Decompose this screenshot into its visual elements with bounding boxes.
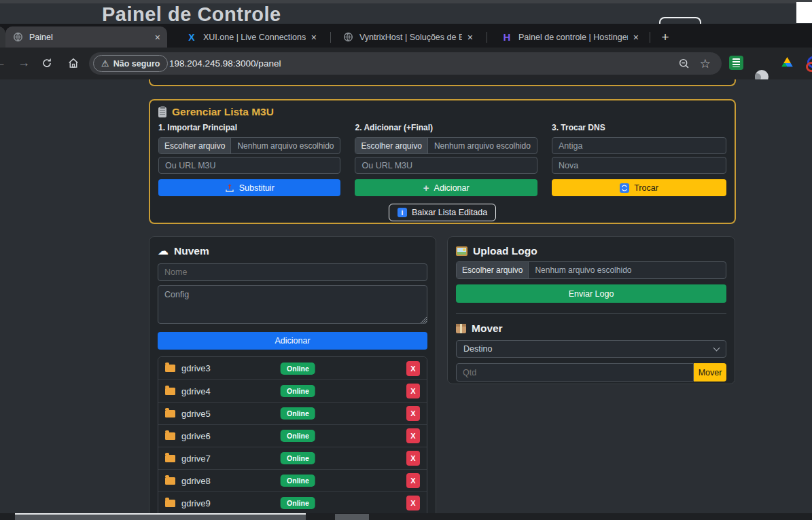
close-icon[interactable]: × (155, 33, 160, 42)
status-badge: Online (281, 497, 315, 509)
list-item: gdrive7 Online X (158, 447, 427, 469)
list-item: gdrive9 Online X (158, 491, 427, 514)
horizontal-scrollbar[interactable] (0, 513, 812, 520)
file-input[interactable]: Escolher arquivo Nenhum arquivo escolhid… (355, 137, 537, 154)
bookmark-star-icon[interactable]: ☆ (700, 52, 711, 75)
baixar-lista-button[interactable]: i Baixar Lista Editada (389, 204, 496, 221)
status-badge: Online (281, 407, 315, 420)
choose-file-button[interactable]: Escolher arquivo (457, 262, 529, 278)
cloud-list: gdrive3 Online X gdrive4 Online X gdrive… (158, 356, 427, 520)
file-status: Nenhum arquivo escolhido (231, 141, 340, 151)
m3u-card: Gerenciar Lista M3U 1. Importar Principa… (149, 99, 736, 224)
previous-card-partial (149, 79, 736, 86)
warning-icon: ⚠ (101, 58, 109, 69)
address-bar[interactable]: ⚠ Não seguro 198.204.245.98:3000/panel ☆ (89, 52, 722, 75)
page-content: Gerenciar Lista M3U 1. Importar Principa… (0, 79, 812, 520)
cloud-card-title: Nuvem (174, 245, 209, 257)
swap-icon (620, 183, 629, 193)
scrollbar-thumb[interactable] (335, 514, 369, 520)
cloud-item-name: gdrive3 (181, 363, 211, 373)
browser-tab-bar: Painel × X XUI.one | Live Connections × … (0, 24, 812, 48)
cloud-add-button[interactable]: Adicionar (158, 332, 427, 350)
file-status: Nenhum arquivo escolhido (529, 265, 637, 275)
remove-button[interactable]: X (406, 361, 420, 376)
upload-icon (225, 183, 234, 193)
remove-button[interactable]: X (406, 473, 420, 488)
remove-button[interactable]: X (406, 428, 420, 443)
col-label: 2. Adicionar (+Final) (355, 123, 537, 132)
dns-old-input[interactable] (552, 137, 726, 154)
extension-sheets-icon[interactable] (729, 56, 743, 70)
folder-icon (165, 455, 175, 462)
info-icon: i (398, 208, 407, 217)
extension-drive-icon[interactable] (779, 55, 795, 71)
list-item: gdrive3 Online X (158, 357, 427, 379)
cloud-item-name: gdrive6 (181, 431, 211, 441)
quantity-input[interactable] (456, 363, 694, 382)
background-outline-button[interactable] (659, 17, 701, 24)
folder-icon (165, 410, 175, 417)
remove-button[interactable]: X (406, 496, 420, 510)
cloud-name-input[interactable] (158, 263, 427, 281)
screen: Painel de Controle Painel × X XUI.one | … (0, 0, 812, 520)
zoom-indicator-icon[interactable] (678, 52, 690, 75)
home-icon[interactable] (67, 57, 80, 69)
cloud-item-name: gdrive5 (181, 409, 211, 419)
status-badge: Online (281, 475, 315, 487)
m3u-col-import: 1. Importar Principal Escolher arquivo N… (158, 122, 340, 196)
close-icon[interactable]: × (633, 33, 639, 42)
adicionar-button[interactable]: + Adicionar (355, 179, 537, 196)
status-badge: Online (281, 363, 315, 375)
forward-icon[interactable]: → (18, 56, 30, 70)
cloud-card: ☁ Nuvem Adicionar gdrive3 Online X gdriv… (149, 236, 436, 520)
mover-button[interactable]: Mover (694, 363, 726, 382)
destination-select[interactable]: Destino (456, 340, 726, 358)
xui-logo-icon: X (186, 32, 197, 43)
list-item: gdrive5 Online X (158, 402, 427, 424)
list-item: gdrive8 Online X (158, 469, 427, 491)
tab-label: Painel (29, 33, 149, 42)
trocar-button[interactable]: Trocar (552, 179, 726, 196)
tab-hostinger[interactable]: H Painel de controle | Hostinger × (495, 26, 646, 48)
cloud-config-textarea[interactable] (158, 285, 427, 324)
url-text[interactable]: 198.204.245.98:3000/panel (169, 52, 281, 75)
file-input[interactable]: Escolher arquivo Nenhum arquivo escolhid… (158, 137, 340, 154)
close-icon[interactable]: × (467, 33, 473, 42)
choose-file-button[interactable]: Escolher arquivo (355, 138, 427, 153)
background-page-title: Painel de Controle (102, 3, 281, 24)
clipboard-icon (158, 107, 166, 117)
cloud-icon: ☁ (158, 246, 169, 257)
enviar-logo-button[interactable]: Enviar Logo (456, 284, 726, 303)
folder-icon (165, 365, 175, 372)
substituir-button[interactable]: Substituir (158, 179, 340, 196)
url-m3u-input[interactable] (355, 157, 537, 174)
background-white-panel (796, 2, 812, 23)
choose-file-button[interactable]: Escolher arquivo (159, 138, 231, 153)
remove-button[interactable]: X (406, 451, 420, 466)
tab-xui[interactable]: X XUI.one | Live Connections × (179, 26, 323, 48)
tab-label: XUI.one | Live Connections (203, 33, 306, 42)
remove-button[interactable]: X (406, 384, 420, 398)
col-label: 1. Importar Principal (158, 123, 340, 132)
url-m3u-input[interactable] (158, 157, 340, 174)
taskbar-edge-strip (15, 513, 306, 520)
m3u-col-dns: 3. Trocar DNS Trocar (552, 122, 726, 196)
new-tab-button[interactable]: + (656, 29, 674, 45)
tab-vyntrixhost[interactable]: VyntrixHost | Soluções de Elite F × (336, 26, 480, 48)
remove-button[interactable]: X (406, 406, 420, 421)
tab-label: Painel de controle | Hostinger (518, 33, 628, 42)
dns-new-input[interactable] (552, 157, 726, 174)
globe-icon (342, 32, 353, 43)
reload-icon[interactable] (41, 57, 53, 69)
security-chip[interactable]: ⚠ Não seguro (93, 55, 168, 72)
background-window-strip: Painel de Controle (0, 0, 812, 24)
back-icon[interactable]: ← (0, 56, 6, 70)
extension-partial-icon[interactable] (806, 56, 812, 69)
security-chip-label: Não seguro (113, 59, 160, 69)
logo-file-input[interactable]: Escolher arquivo Nenhum arquivo escolhid… (456, 261, 726, 279)
list-item: gdrive6 Online X (158, 424, 427, 447)
tab-separator (330, 32, 331, 43)
close-icon[interactable]: × (311, 33, 317, 42)
tab-painel[interactable]: Painel × (5, 26, 167, 48)
logo-card: Upload Logo Escolher arquivo Nenhum arqu… (447, 236, 735, 384)
